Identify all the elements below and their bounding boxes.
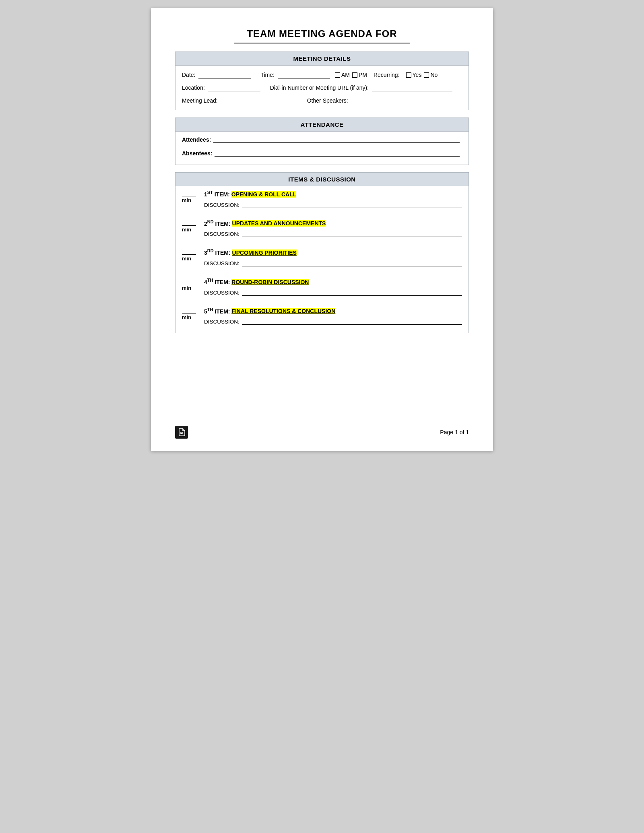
item-1-discussion-label: DISCUSSION: xyxy=(204,202,239,208)
date-time-row: Date: Time: AM PM Recurring: xyxy=(182,71,462,78)
yes-checkbox-label: Yes xyxy=(406,72,422,78)
recurring-label: Recurring: xyxy=(374,72,400,78)
item-5-min-label: min xyxy=(182,314,191,320)
item-5-discussion: DISCUSSION: xyxy=(204,318,462,325)
item-4-highlight: ROUND-ROBIN DISCUSSION xyxy=(231,279,309,285)
item-2-highlight: UPDATES AND ANNOUNCEMENTS xyxy=(232,220,326,227)
item-4-right: 4TH ITEM: ROUND-ROBIN DISCUSSION DISCUSS… xyxy=(204,278,462,296)
item-1-min-label: min xyxy=(182,197,191,203)
location-label: Location: xyxy=(182,85,205,91)
meeting-lead-label: Meeting Lead: xyxy=(182,97,218,104)
main-title: TEAM MEETING AGENDA FOR xyxy=(175,28,469,39)
item-1-title: 1ST ITEM: OPENING & ROLL CALL xyxy=(204,190,462,198)
items-content: min 1ST ITEM: OPENING & ROLL CALL DISCUS… xyxy=(175,186,469,333)
item-2-discussion-field[interactable] xyxy=(242,230,462,237)
absentees-field[interactable] xyxy=(215,149,460,157)
item-5-number: 5 xyxy=(204,308,207,314)
am-checkbox[interactable] xyxy=(335,72,340,78)
item-5-discussion-label: DISCUSSION: xyxy=(204,319,239,325)
time-label: Time: xyxy=(260,72,274,78)
item-4-ordinal: TH xyxy=(207,278,213,282)
am-label: AM xyxy=(341,72,350,78)
item-3-right: 3RD ITEM: UPCOMING PRIORITIES DISCUSSION… xyxy=(204,248,462,266)
meeting-details-header: MEETING DETAILS xyxy=(175,52,469,66)
agenda-item-2: min 2ND ITEM: UPDATES AND ANNOUNCEMENTS … xyxy=(182,219,462,237)
item-1-number: 1 xyxy=(204,191,207,198)
other-speakers-field[interactable] xyxy=(351,97,432,104)
title-section: TEAM MEETING AGENDA FOR xyxy=(175,28,469,43)
item-4-discussion: DISCUSSION: xyxy=(204,289,462,296)
meeting-lead-field[interactable] xyxy=(221,97,273,104)
item-5-left: min xyxy=(182,307,204,325)
attendees-label: Attendees: xyxy=(182,136,211,143)
item-5-title: 5TH ITEM: FINAL RESOLUTIONS & CONCLUSION xyxy=(204,307,462,315)
item-3-min-line[interactable] xyxy=(182,248,196,255)
yes-checkbox[interactable] xyxy=(406,72,411,78)
item-5-highlight: FINAL RESOLUTIONS & CONCLUSION xyxy=(231,308,335,314)
dialin-field[interactable] xyxy=(372,84,452,91)
item-4-left: min xyxy=(182,278,204,296)
item-4-min-line[interactable] xyxy=(182,278,196,284)
items-header: ITEMS & DISCUSSION xyxy=(175,173,469,186)
yes-label: Yes xyxy=(413,72,422,78)
item-3-number: 3 xyxy=(204,249,207,256)
absentees-label: Absentees: xyxy=(182,150,212,157)
item-3-left: min xyxy=(182,248,204,266)
recurring-group: Yes No xyxy=(406,72,438,78)
date-field[interactable] xyxy=(198,71,251,78)
am-checkbox-label: AM xyxy=(335,72,350,78)
item-3-min-label: min xyxy=(182,256,191,262)
item-1-min-line[interactable] xyxy=(182,190,196,196)
agenda-item-4: min 4TH ITEM: ROUND-ROBIN DISCUSSION DIS… xyxy=(182,278,462,296)
item-2-right: 2ND ITEM: UPDATES AND ANNOUNCEMENTS DISC… xyxy=(204,219,462,237)
item-3-ordinal: RD xyxy=(207,248,214,253)
no-checkbox-label: No xyxy=(424,72,438,78)
am-pm-group: AM PM xyxy=(335,72,367,78)
item-2-ordinal: ND xyxy=(207,219,214,224)
agenda-item-1: min 1ST ITEM: OPENING & ROLL CALL DISCUS… xyxy=(182,190,462,208)
attendance-header: ATTENDANCE xyxy=(175,118,469,132)
pm-checkbox[interactable] xyxy=(352,72,357,78)
attendees-field[interactable] xyxy=(213,136,460,143)
item-1-discussion: DISCUSSION: xyxy=(204,201,462,208)
item-3-discussion-field[interactable] xyxy=(242,259,462,266)
item-2-discussion: DISCUSSION: xyxy=(204,230,462,237)
item-2-left: min xyxy=(182,219,204,237)
item-5-right: 5TH ITEM: FINAL RESOLUTIONS & CONCLUSION… xyxy=(204,307,462,325)
page-label: Page xyxy=(440,429,453,435)
other-speakers-label: Other Speakers: xyxy=(307,97,348,104)
attendance-section: ATTENDANCE Attendees: Absentees: xyxy=(175,118,469,165)
of-label: of xyxy=(460,429,464,435)
attendees-row: Attendees: xyxy=(182,136,462,143)
item-5-ordinal: TH xyxy=(207,307,213,312)
no-label: No xyxy=(430,72,438,78)
item-2-min-label: min xyxy=(182,227,191,233)
time-field[interactable] xyxy=(278,71,330,78)
pm-checkbox-label: PM xyxy=(352,72,367,78)
items-section: ITEMS & DISCUSSION min 1ST ITEM: OPENING… xyxy=(175,172,469,333)
item-5-discussion-field[interactable] xyxy=(242,318,462,325)
item-3-discussion: DISCUSSION: xyxy=(204,259,462,266)
pm-label: PM xyxy=(359,72,367,78)
title-underline xyxy=(234,43,410,43)
page-footer: Page 1 of 1 xyxy=(175,426,469,439)
item-5-min-line[interactable] xyxy=(182,307,196,313)
meeting-details-content: Date: Time: AM PM Recurring: xyxy=(175,66,469,110)
item-1-discussion-field[interactable] xyxy=(242,201,462,208)
item-2-number: 2 xyxy=(204,220,207,227)
page-current: 1 xyxy=(455,429,458,435)
item-2-min-line[interactable] xyxy=(182,219,196,226)
dialin-label: Dial-in Number or Meeting URL (if any): xyxy=(270,85,369,91)
attendance-content: Attendees: Absentees: xyxy=(175,132,469,165)
no-checkbox[interactable] xyxy=(424,72,429,78)
lead-row: Meeting Lead: Other Speakers: xyxy=(182,97,462,104)
item-4-discussion-label: DISCUSSION: xyxy=(204,290,239,296)
item-1-highlight: OPENING & ROLL CALL xyxy=(231,191,297,198)
item-3-discussion-label: DISCUSSION: xyxy=(204,260,239,266)
meeting-details-section: MEETING DETAILS Date: Time: AM PM xyxy=(175,52,469,110)
page-number: Page 1 of 1 xyxy=(440,429,469,435)
location-field[interactable] xyxy=(208,84,260,91)
item-3-title: 3RD ITEM: UPCOMING PRIORITIES xyxy=(204,248,462,256)
item-4-discussion-field[interactable] xyxy=(242,289,462,296)
footer-logo-icon xyxy=(175,426,188,439)
